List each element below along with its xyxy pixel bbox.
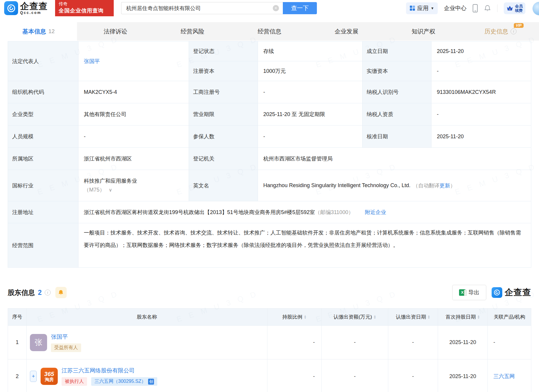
subscribe-bell-button[interactable] bbox=[55, 287, 67, 298]
chevron-down-icon: ▼ bbox=[431, 6, 434, 10]
col-header-amount[interactable]: 认缴出资额(万元) ▲▼ bbox=[322, 309, 388, 325]
company-type-label: 企业类型 bbox=[8, 103, 78, 125]
shareholder-name-link[interactable]: 张国平 bbox=[51, 333, 81, 341]
tab-operation-info[interactable]: 经营信息 bbox=[231, 22, 308, 41]
basic-info-table: 法定代表人 张国平 登记状态 存续 成立日期 2025-11-20 注册资本 1… bbox=[8, 41, 531, 268]
bell-icon bbox=[58, 289, 64, 296]
legal-rep-link[interactable]: 张国平 bbox=[84, 58, 100, 65]
translate-update-link[interactable]: 更新 bbox=[439, 182, 450, 189]
top-nav: 应用 ▼ 企业中心 会员 续费 bbox=[406, 0, 525, 16]
paid-capital-value: - bbox=[431, 61, 531, 81]
notification-bell-icon[interactable] bbox=[484, 4, 491, 12]
crown-icon bbox=[506, 5, 513, 11]
expand-button[interactable]: + bbox=[30, 371, 37, 382]
tab-basic-info-count: 12 bbox=[48, 28, 54, 35]
first-date-value: 2025-11-20 bbox=[438, 326, 488, 359]
shareholders-table-header: 序号 股东名称 持股比例 ▲▼ 认缴出资额(万元) ▲▼ 认缴出资日期 ▲▼ 首… bbox=[8, 309, 531, 326]
shareholder-logo[interactable]: 365 淘房 bbox=[41, 368, 58, 385]
table-row: 经营范围 一般项目：技术服务、技术开发、技术咨询、技术交流、技术转让、技术推广；… bbox=[8, 223, 531, 268]
reg-authority-value: 杭州市西湖区市场监督管理局 bbox=[258, 148, 531, 170]
promo-banner: 传奇 全国企业信用查询 bbox=[55, 0, 114, 16]
info-icon[interactable]: i bbox=[45, 290, 51, 295]
region-value: 浙江省杭州市西湖区 bbox=[78, 148, 189, 170]
search-bar: × 查一下 bbox=[121, 2, 317, 14]
address-value: 浙江省杭州市西湖区蒋村街道双龙街199号杭政储出【2013】51号地块商业商务用… bbox=[84, 209, 315, 216]
qcc-watermark-logo: 企查查 bbox=[492, 287, 531, 298]
col-header-ratio[interactable]: 持股比例 ▲▼ bbox=[267, 309, 322, 325]
qcc-watermark-text: 企查查 bbox=[505, 287, 531, 298]
excel-icon: X bbox=[459, 289, 466, 296]
vip-badge: VIP bbox=[514, 23, 524, 28]
table-row: 组织机构代码 MAK2CYX5-4 工商注册号 - 纳税人识别号 9133010… bbox=[8, 81, 531, 103]
shareholder-avatar[interactable]: 张 bbox=[30, 334, 47, 351]
row-no: 1 bbox=[8, 326, 27, 359]
nearby-companies-link[interactable]: 附近企业 bbox=[365, 209, 386, 216]
col-header-sub-date[interactable]: 认缴出资日期 ▲▼ bbox=[388, 309, 438, 325]
sort-icon: ▲▼ bbox=[477, 315, 480, 319]
qcc-logo[interactable]: 企查查 Qcc.com bbox=[4, 1, 48, 15]
tab-intellectual-property[interactable]: 知识产权 bbox=[385, 22, 462, 41]
qcc-logo-domain: Qcc.com bbox=[20, 11, 48, 15]
apps-menu-label: 应用 bbox=[417, 4, 429, 12]
beneficial-owner-badge[interactable]: 受益所有人 bbox=[51, 343, 81, 352]
sub-date-value: - bbox=[388, 326, 438, 359]
amount-value: - bbox=[322, 326, 388, 359]
search-input[interactable] bbox=[121, 2, 283, 14]
user-avatar[interactable] bbox=[532, 2, 539, 15]
qcc-logo-icon bbox=[4, 1, 18, 15]
enterprise-center-link[interactable]: 企业中心 bbox=[444, 4, 466, 12]
stock-badge[interactable]: 三六五网（300295.SZ） 创 bbox=[91, 377, 157, 386]
export-button[interactable]: X 导出 bbox=[452, 285, 486, 300]
legal-rep-label: 法定代表人 bbox=[8, 41, 78, 81]
tab-history-info[interactable]: 历史信息 VIP i bbox=[462, 22, 539, 41]
scope-label: 经营范围 bbox=[8, 223, 78, 267]
establish-date-value: 2025-11-20 bbox=[431, 41, 531, 61]
tab-basic-info[interactable]: 基本信息 12 bbox=[0, 22, 77, 41]
related-value: - bbox=[488, 326, 531, 359]
biz-term-value: 2025-11-20 至 无固定期限 bbox=[258, 103, 362, 125]
vip-label-2: 续费 bbox=[515, 8, 523, 13]
clear-search-icon[interactable]: × bbox=[273, 5, 279, 11]
address-postcode: （邮编311000） bbox=[315, 209, 354, 216]
apps-menu-button[interactable]: 应用 ▼ bbox=[406, 2, 438, 14]
col-header-related: 关联产品/机构 bbox=[488, 309, 531, 325]
shareholder-row: 1 张 张国平 受益所有人 - - - 2025-11-20 bbox=[8, 326, 531, 359]
executed-person-badge[interactable]: 被执行人 bbox=[62, 377, 87, 386]
vip-label-1: 会员 bbox=[515, 4, 523, 8]
tab-company-development[interactable]: 企业发展 bbox=[308, 22, 385, 41]
table-row: 人员规模 - 参保人数 - 核准日期 2025-11-20 bbox=[8, 126, 531, 148]
promo-line1: 传奇 bbox=[59, 1, 111, 7]
tab-legal-litigation[interactable]: 法律诉讼 bbox=[77, 22, 154, 41]
mobile-app-icon[interactable] bbox=[473, 4, 478, 12]
col-header-first-date[interactable]: 首次持股日期 ▲▼ bbox=[438, 309, 488, 325]
shareholder-name-link[interactable]: 江苏三六五网络股份有限公司 bbox=[62, 367, 157, 375]
region-label: 所属地区 bbox=[8, 148, 78, 170]
industry-code: （M75） bbox=[84, 187, 105, 193]
industry-label: 国标行业 bbox=[8, 170, 78, 201]
table-row: 所属地区 浙江省杭州市西湖区 登记机关 杭州市西湖区市场监督管理局 bbox=[8, 148, 531, 170]
divider bbox=[497, 4, 498, 12]
ratio-value: - bbox=[267, 326, 322, 359]
info-icon[interactable]: i bbox=[511, 28, 516, 34]
ratio-value: - bbox=[267, 359, 322, 392]
chinext-icon: 创 bbox=[148, 379, 154, 385]
taxpayer-id-value: 91330106MAK2CYX54R bbox=[431, 81, 531, 103]
sort-icon: ▲▼ bbox=[428, 315, 430, 319]
company-tab-bar: 基本信息 12 法律诉讼 经营风险 经营信息 企业发展 知识产权 历史信息 VI… bbox=[0, 22, 539, 41]
related-product-link[interactable]: 三六五网 bbox=[493, 373, 515, 380]
search-button[interactable]: 查一下 bbox=[283, 2, 317, 14]
col-header-no: 序号 bbox=[8, 309, 27, 325]
top-bar: 企查查 Qcc.com 传奇 全国企业信用查询 × 查一下 应用 ▼ bbox=[0, 0, 539, 16]
tab-operation-risk[interactable]: 经营风险 bbox=[154, 22, 231, 41]
membership-renew-button[interactable]: 会员 续费 bbox=[504, 2, 525, 14]
taxpayer-quality-value: - bbox=[431, 103, 531, 125]
chevron-down-icon[interactable]: ∨ bbox=[109, 187, 112, 192]
table-row: 国标行业 科技推广和应用服务业 （M75） ∨ 英文名 Hangzhou Res… bbox=[8, 170, 531, 201]
reg-status-value: 存续 bbox=[258, 41, 362, 61]
reg-capital-label: 注册资本 bbox=[189, 61, 258, 81]
shareholders-count: 2 bbox=[38, 289, 42, 297]
industry-cell: 科技推广和应用服务业 （M75） ∨ bbox=[78, 170, 189, 201]
insured-num-label: 参保人数 bbox=[189, 126, 258, 147]
paid-capital-label: 实缴资本 bbox=[362, 61, 431, 81]
reg-authority-label: 登记机关 bbox=[189, 148, 258, 170]
